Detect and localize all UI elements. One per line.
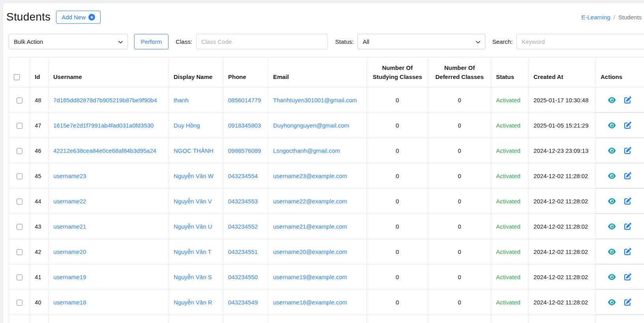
email-link[interactable]: username19@example.com: [273, 274, 347, 280]
edit-button[interactable]: [624, 223, 631, 230]
header-phone: Phone: [223, 57, 268, 88]
view-button[interactable]: [608, 198, 616, 205]
username-link[interactable]: 7d165dd82878d7b905219b87be9f90b4: [53, 97, 157, 103]
bulk-action-select[interactable]: Bulk Action: [9, 34, 128, 49]
display-name-link[interactable]: Duy Hồng: [174, 122, 200, 129]
id-cell: 47: [30, 113, 49, 138]
edit-button[interactable]: [624, 273, 631, 280]
eye-icon: [608, 99, 616, 105]
phone-link[interactable]: 0988576089: [228, 147, 261, 154]
edit-button[interactable]: [624, 248, 631, 255]
display-name-link[interactable]: Nguyễn Văn U: [174, 223, 212, 230]
phone-link[interactable]: 043234549: [228, 299, 258, 306]
deferred-classes-cell: 0: [428, 214, 491, 239]
studying-classes-cell: 0: [367, 214, 428, 239]
edit-button[interactable]: [624, 172, 631, 179]
edit-button[interactable]: [624, 122, 631, 129]
edit-button[interactable]: [624, 299, 631, 306]
phone-link[interactable]: 043234552: [228, 223, 258, 230]
email-link[interactable]: username22@example.com: [273, 198, 347, 205]
view-button[interactable]: [608, 147, 616, 154]
row-checkbox[interactable]: [17, 300, 22, 306]
id-cell: 41: [30, 265, 49, 290]
display-name-link[interactable]: Nguyễn Văn S: [174, 274, 212, 280]
row-checkbox[interactable]: [17, 274, 22, 280]
email-cell: username21@example.com: [268, 214, 367, 239]
id-cell: 40: [30, 290, 49, 315]
email-link[interactable]: username21@example.com: [273, 223, 347, 230]
row-checkbox[interactable]: [17, 249, 22, 255]
email-link[interactable]: username18@example.com: [273, 299, 347, 306]
row-checkbox[interactable]: [17, 148, 22, 154]
phone-link[interactable]: 043234554: [228, 173, 258, 179]
phone-cell: 043234554: [223, 163, 268, 189]
perform-button[interactable]: Perform: [134, 34, 168, 49]
header-id: Id: [30, 57, 49, 88]
view-button[interactable]: [608, 223, 616, 230]
username-link[interactable]: username19: [53, 274, 86, 280]
view-button[interactable]: [608, 299, 616, 306]
username-link[interactable]: 1615e7e2d1f7991ab4fad031a0fd3530: [53, 122, 154, 129]
username-link[interactable]: username23: [53, 173, 86, 179]
email-link[interactable]: username23@example.com: [273, 173, 347, 179]
table-row: 39 username17 Nguyễn Văn Q 043234548 use…: [9, 315, 644, 323]
phone-link[interactable]: 043234550: [228, 274, 258, 280]
phone-link[interactable]: 043234553: [228, 198, 258, 205]
breadcrumb-parent-link[interactable]: E-Learning: [581, 14, 610, 21]
id-cell: 44: [30, 189, 49, 214]
edit-button[interactable]: [624, 197, 631, 205]
phone-cell: 0856014779: [223, 88, 268, 113]
display-name-link[interactable]: NGỌC THÀNH: [174, 147, 213, 154]
username-cell: 42212e638cea84e0ce68af84b3d95a24: [49, 138, 169, 163]
view-button[interactable]: [608, 122, 616, 129]
phone-link[interactable]: 043234551: [228, 248, 258, 255]
display-name-link[interactable]: Nguyễn Văn R: [174, 299, 212, 306]
search-input[interactable]: [517, 34, 644, 49]
row-checkbox[interactable]: [17, 123, 22, 129]
display-name-link[interactable]: thanh: [174, 97, 189, 103]
display-name-link[interactable]: Nguyễn Văn T: [174, 248, 212, 255]
email-link[interactable]: Duyhongnguyen@gmail.com: [273, 122, 349, 129]
view-button[interactable]: [608, 248, 616, 255]
status-select[interactable]: All: [358, 34, 485, 49]
view-button[interactable]: [608, 97, 616, 103]
header-username: Username: [49, 57, 169, 88]
email-link[interactable]: Thanhtuyen301001@gmail.com: [273, 97, 357, 103]
view-button[interactable]: [608, 173, 616, 179]
username-link[interactable]: username21: [53, 223, 86, 230]
edit-button[interactable]: [624, 96, 631, 103]
username-link[interactable]: 42212e638cea84e0ce68af84b3d95a24: [53, 147, 156, 154]
phone-link[interactable]: 0856014779: [228, 97, 261, 103]
status-badge: Activated: [491, 189, 529, 214]
username-link[interactable]: username22: [53, 198, 86, 205]
class-code-input[interactable]: [196, 34, 328, 49]
row-checkbox-cell: [9, 189, 30, 214]
search-label: Search:: [492, 38, 513, 45]
id-cell: 39: [30, 315, 49, 323]
username-link[interactable]: username20: [53, 248, 86, 255]
email-cell: username19@example.com: [268, 265, 367, 290]
page-header: Students Add New E-Learning / Students: [6, 7, 644, 26]
phone-link[interactable]: 0918345803: [228, 122, 261, 129]
add-new-button[interactable]: Add New: [56, 11, 101, 24]
row-checkbox[interactable]: [17, 173, 22, 179]
display-name-link[interactable]: Nguyễn Văn V: [174, 198, 212, 205]
username-link[interactable]: username18: [53, 299, 86, 306]
row-checkbox[interactable]: [17, 224, 22, 230]
display-name-cell: Nguyễn Văn T: [169, 239, 223, 265]
row-checkbox-cell: [9, 265, 30, 290]
display-name-cell: Duy Hồng: [169, 113, 223, 138]
row-checkbox[interactable]: [17, 98, 22, 103]
row-checkbox[interactable]: [17, 199, 22, 205]
edit-button[interactable]: [624, 147, 631, 154]
email-link[interactable]: Lsngocthanh@gmail.com: [273, 147, 340, 154]
select-all-checkbox[interactable]: [14, 74, 20, 80]
display-name-link[interactable]: Nguyễn Văn W: [174, 173, 213, 179]
view-button[interactable]: [608, 274, 616, 280]
row-checkbox-cell: [9, 290, 30, 315]
phone-cell: 043234551: [223, 239, 268, 265]
created-at-cell: 2025-01-05 15:21:29: [529, 113, 596, 138]
email-link[interactable]: username20@example.com: [273, 248, 347, 255]
username-cell: username21: [49, 214, 169, 239]
username-cell: username23: [49, 163, 169, 189]
